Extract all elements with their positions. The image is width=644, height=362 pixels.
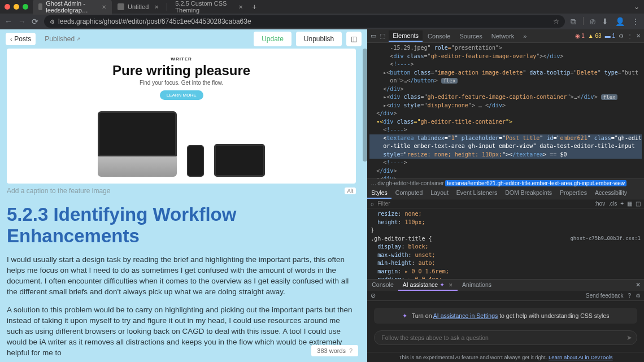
chevron-down-icon[interactable]: ⌄ xyxy=(634,3,639,11)
filter-input[interactable] xyxy=(377,200,591,207)
new-style-button[interactable]: + xyxy=(620,200,624,207)
dom-line[interactable]: <!----> xyxy=(369,126,642,134)
post-title-input[interactable]: 5.2.3 Identifying Workflow Enhancements xyxy=(7,204,356,247)
tab-overflow[interactable]: » xyxy=(519,31,530,41)
sub-tab-computed[interactable]: Computed xyxy=(391,187,427,199)
style-line[interactable]: height: 110px; xyxy=(371,219,641,227)
sub-tab-a11y[interactable]: Accessibility xyxy=(591,187,631,199)
close-tab-icon[interactable]: ✕ xyxy=(449,282,453,288)
inspect-icon[interactable]: ▭ xyxy=(371,32,376,40)
caption-input[interactable]: Add a caption to the feature image xyxy=(7,187,345,195)
post-paragraph[interactable]: I would usually start a design task by r… xyxy=(7,255,356,298)
dom-line[interactable]: ▸<div class="gh-editor-feature-image-cap… xyxy=(369,93,642,102)
word-count[interactable]: 383 words ? xyxy=(311,345,358,356)
style-line[interactable]: .gh-editor-title {ghost-c75b9…00b3f.css:… xyxy=(371,235,641,243)
ai-input[interactable] xyxy=(379,333,626,342)
sidebar-toggle-button[interactable]: ◫ xyxy=(346,32,362,46)
close-tab-icon[interactable]: ✕ xyxy=(238,4,243,10)
bookmark-icon[interactable]: ☆ xyxy=(553,18,559,25)
sub-tab-dombp[interactable]: DOM Breakpoints xyxy=(501,187,556,199)
published-status[interactable]: Published ↗ xyxy=(40,33,85,45)
alt-button[interactable]: Alt xyxy=(345,187,356,194)
layout-icon[interactable]: ▦ xyxy=(627,200,632,207)
forward-button[interactable]: → xyxy=(18,17,26,26)
reload-button[interactable]: ⟳ xyxy=(32,17,38,26)
sub-tab-styles[interactable]: Styles xyxy=(367,187,391,199)
close-tab-icon[interactable]: ✕ xyxy=(102,4,106,10)
dom-line[interactable]: </div> xyxy=(369,85,642,94)
dom-line[interactable]: style="resize: none; height: 110px;"></t… xyxy=(369,151,642,159)
settings-icon[interactable]: ⚙ xyxy=(619,33,624,39)
hov-toggle[interactable]: :hov xyxy=(594,200,605,207)
url-bar[interactable]: ⚙ leeds.graphics/ghost/#/editor/post/674… xyxy=(44,15,565,28)
overflow-icon[interactable]: ⋮ xyxy=(627,33,633,39)
profile-icon[interactable]: 👤 xyxy=(615,17,625,27)
sub-tab-listeners[interactable]: Event Listeners xyxy=(452,187,501,199)
settings-icon[interactable]: ⚙ xyxy=(636,293,641,299)
close-tab-icon[interactable]: ✕ xyxy=(154,4,159,10)
cls-toggle[interactable]: .cls xyxy=(608,200,617,207)
dom-line[interactable]: ▾<div class="gh-editor-title-container"> xyxy=(369,118,642,127)
maximize-window[interactable] xyxy=(23,4,28,10)
feature-image[interactable]: WRITER Pure writing pleasure Find your f… xyxy=(7,49,356,184)
downloads-icon[interactable]: ⬇ xyxy=(602,17,608,27)
close-devtools-icon[interactable]: ✕ xyxy=(636,33,641,39)
minimize-window[interactable] xyxy=(14,4,19,10)
dom-line[interactable]: <!----> xyxy=(369,159,642,167)
breadcrumb-item[interactable]: div.gh-editor-title-container xyxy=(377,180,444,186)
layout-icon2[interactable]: ◫ xyxy=(636,200,641,207)
clear-icon[interactable]: ⊘ xyxy=(371,292,376,299)
update-button[interactable]: Update xyxy=(254,32,291,46)
tab-network[interactable]: Network xyxy=(488,31,518,41)
dom-line[interactable]: </div> xyxy=(369,110,642,118)
style-line[interactable]: resize: none; xyxy=(371,210,641,219)
browser-tab-2[interactable]: 5.2.5 Custom CSS Theming ✕ xyxy=(169,0,249,15)
site-info-icon[interactable]: ⚙ xyxy=(50,19,55,25)
post-paragraph[interactable]: A solution to this problem would be to c… xyxy=(7,305,356,358)
dom-line[interactable]: <!----> xyxy=(369,60,642,69)
help-icon[interactable]: ? xyxy=(349,347,353,354)
dom-line[interactable]: ▸<button class="image-action image-delet… xyxy=(369,69,642,77)
unpublish-button[interactable]: Unpublish xyxy=(296,32,342,46)
extensions-icon[interactable]: ⧉ xyxy=(571,17,576,27)
style-line[interactable]: max-width: unset; xyxy=(371,251,641,260)
overflow-menu-icon[interactable]: ⋮ xyxy=(632,17,639,27)
cast-icon[interactable]: ⎚ xyxy=(590,17,595,27)
tab-sources[interactable]: Sources xyxy=(455,31,486,41)
device-toggle-icon[interactable]: ⬚ xyxy=(380,32,385,40)
close-window[interactable] xyxy=(5,4,10,10)
dom-line[interactable]: </div> xyxy=(369,167,642,176)
tab-elements[interactable]: Elements xyxy=(389,30,423,42)
browser-tab-1[interactable]: Untitled ✕ xyxy=(112,2,164,11)
help-icon[interactable]: ? xyxy=(628,293,631,299)
new-tab-button[interactable]: + xyxy=(252,2,256,11)
dom-breadcrumb[interactable]: … div.gh-editor-title-container textarea… xyxy=(367,178,644,187)
error-count[interactable]: ◉ 1 xyxy=(575,33,585,39)
dom-line[interactable]: on">…</button> flex xyxy=(369,77,642,85)
sub-tab-layout[interactable]: Layout xyxy=(427,187,452,199)
dom-line[interactable]: <textarea tabindex="1" placeholder="Post… xyxy=(369,134,642,143)
drawer-tab-animations[interactable]: Animations xyxy=(458,280,496,291)
sub-tab-props[interactable]: Properties xyxy=(556,187,591,199)
style-line[interactable]: margin: ▸ 0 0 1.6rem; xyxy=(371,268,641,276)
send-icon[interactable]: ➤ xyxy=(626,334,632,342)
breadcrumb-item-selected[interactable]: textarea#ember621.gh-editor-title.ember-… xyxy=(445,180,626,186)
style-line[interactable]: display: block; xyxy=(371,243,641,251)
dom-line[interactable]: ▸<div style="display:none"> … </div> xyxy=(369,102,642,110)
send-feedback-link[interactable]: Send feedback xyxy=(586,293,624,299)
collapse-drawer-icon[interactable]: ✕ xyxy=(632,280,644,291)
breadcrumb-item[interactable]: … xyxy=(371,180,376,186)
dom-line[interactable]: -15.29.jpeg" role="presentation"> xyxy=(369,44,642,53)
style-line[interactable]: min-height: auto; xyxy=(371,259,641,268)
tab-console[interactable]: Console xyxy=(424,31,454,41)
dom-line[interactable]: <div class="gh-editor-feature-image-over… xyxy=(369,53,642,61)
scrollbar[interactable] xyxy=(363,49,367,162)
dom-line[interactable]: or-title ember-text-area gh-input ember-… xyxy=(369,142,642,151)
dom-tree[interactable]: -15.29.jpeg" role="presentation"> <div c… xyxy=(367,43,644,178)
info-count[interactable]: ▬ 1 xyxy=(605,33,615,39)
style-line[interactable]: } xyxy=(371,226,641,235)
ai-settings-link[interactable]: AI assistance in Settings xyxy=(433,312,498,319)
footer-link[interactable]: Learn about AI in DevTools xyxy=(549,354,613,360)
styles-pane[interactable]: resize: none; height: 110px;}.gh-editor-… xyxy=(367,208,644,279)
warning-count[interactable]: ▲ 63 xyxy=(588,33,602,39)
